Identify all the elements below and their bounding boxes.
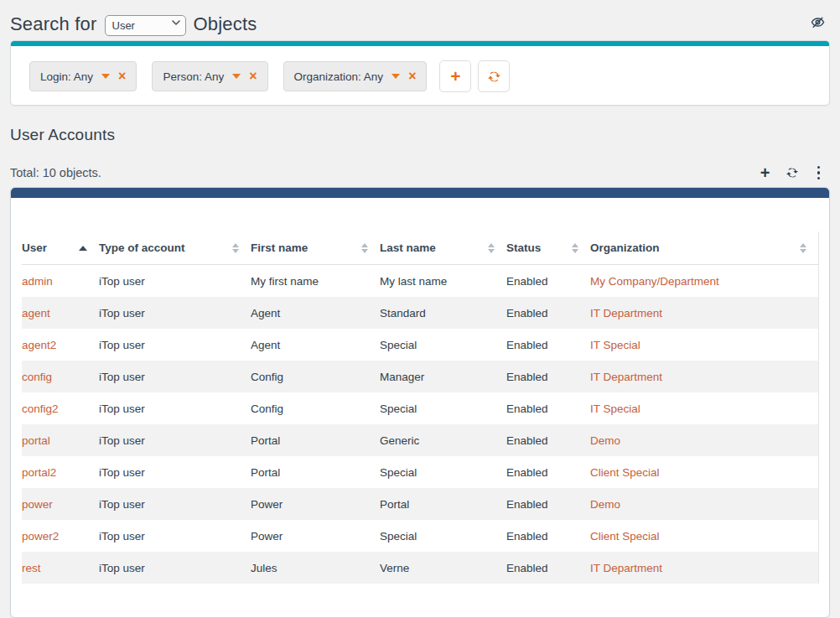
caret-down-icon[interactable]	[232, 74, 241, 79]
list-header: Total: 10 objects. +	[10, 164, 830, 181]
organization-link[interactable]: Client Special	[590, 530, 660, 543]
cell-last: Special	[380, 530, 506, 543]
column-label: Type of account	[99, 241, 185, 254]
organization-link[interactable]: IT Department	[590, 307, 662, 319]
results-table-card: UserType of accountFirst nameLast nameSt…	[10, 187, 830, 618]
table-row: power2iTop userPowerSpecialEnabledClient…	[22, 520, 818, 552]
plus-icon: +	[760, 164, 770, 181]
page: Search for User Objects Login: Any×Perso…	[0, 0, 840, 618]
organization-link[interactable]: IT Department	[590, 562, 662, 574]
cell-last: Special	[380, 402, 506, 415]
cell-status: Enabled	[506, 466, 590, 479]
remove-criterion-icon[interactable]: ×	[118, 70, 126, 83]
organization-link[interactable]: Demo	[590, 498, 620, 511]
cell-user: rest	[22, 562, 99, 574]
sortable-icon	[232, 243, 239, 253]
cell-last: Manager	[380, 371, 506, 383]
column-label: Last name	[380, 241, 436, 254]
user-link[interactable]: portal2	[22, 466, 56, 479]
search-criterion-organization[interactable]: Organization: Any×	[283, 61, 428, 91]
cell-org: Demo	[590, 434, 818, 447]
table-row: agentiTop userAgentStandardEnabledIT Dep…	[22, 297, 818, 329]
caret-down-icon[interactable]	[391, 74, 400, 79]
organization-link[interactable]: Demo	[590, 434, 620, 447]
cell-org: IT Special	[590, 339, 818, 351]
organization-link[interactable]: IT Special	[590, 402, 640, 415]
cell-org: Demo	[590, 498, 818, 511]
eye-slash-icon[interactable]	[807, 12, 828, 36]
search-criterion-login[interactable]: Login: Any×	[29, 61, 137, 91]
plus-icon: +	[450, 67, 460, 85]
user-link[interactable]: agent	[22, 307, 50, 319]
organization-link[interactable]: My Company/Department	[590, 275, 719, 288]
refresh-list-button[interactable]	[786, 166, 799, 179]
cell-user: agent2	[22, 339, 99, 351]
cell-status: Enabled	[506, 434, 590, 447]
cell-org: Client Special	[590, 530, 818, 543]
remove-criterion-icon[interactable]: ×	[408, 70, 416, 83]
column-label: Organization	[590, 241, 660, 254]
column-header-organization[interactable]: Organization	[590, 241, 818, 254]
criterion-label: Login: Any	[40, 70, 93, 83]
cell-type: iTop user	[99, 339, 251, 351]
cell-status: Enabled	[506, 371, 590, 383]
user-link[interactable]: portal	[22, 434, 50, 447]
table-row: agent2iTop userAgentSpecialEnabledIT Spe…	[22, 329, 818, 361]
cell-user: portal2	[22, 466, 99, 479]
cell-last: Portal	[380, 498, 506, 511]
cell-first: Portal	[251, 466, 380, 479]
kebab-menu-icon[interactable]	[814, 165, 824, 181]
table-accent-bar	[11, 188, 829, 198]
cell-status: Enabled	[506, 339, 590, 351]
criterion-label: Organization: Any	[294, 70, 384, 83]
cell-last: Special	[380, 466, 506, 479]
table-row: portal2iTop userPortalSpecialEnabledClie…	[22, 456, 818, 488]
organization-link[interactable]: IT Department	[590, 371, 662, 383]
column-label: User	[22, 241, 47, 254]
cell-last: Verne	[380, 562, 506, 574]
column-header-last-name[interactable]: Last name	[380, 241, 506, 254]
cell-org: My Company/Department	[590, 275, 818, 288]
user-link[interactable]: agent2	[22, 339, 56, 351]
sortable-icon	[488, 243, 495, 253]
user-link[interactable]: config2	[22, 402, 59, 415]
cell-last: Generic	[380, 434, 506, 447]
search-criterion-person[interactable]: Person: Any×	[152, 61, 267, 91]
user-link[interactable]: rest	[22, 562, 41, 574]
column-header-type-of-account[interactable]: Type of account	[99, 241, 251, 254]
cell-type: iTop user	[99, 530, 251, 543]
organization-link[interactable]: Client Special	[590, 466, 660, 479]
add-criterion-button[interactable]: +	[439, 60, 471, 92]
page-title: Search for User Objects	[10, 13, 257, 36]
cell-user: agent	[22, 307, 99, 319]
cell-user: portal	[22, 434, 99, 447]
criteria-row: Login: Any×Person: Any×Organization: Any…	[11, 46, 829, 105]
cell-last: My last name	[380, 275, 506, 288]
column-header-first-name[interactable]: First name	[251, 241, 380, 254]
cell-first: Config	[251, 371, 380, 383]
user-link[interactable]: power2	[22, 530, 59, 543]
refresh-icon	[786, 166, 799, 179]
column-header-status[interactable]: Status	[506, 241, 590, 254]
organization-link[interactable]: IT Special	[590, 339, 640, 351]
refresh-search-button[interactable]	[478, 60, 510, 92]
user-link[interactable]: admin	[22, 275, 53, 288]
title-prefix: Search for	[10, 13, 97, 35]
table-row: poweriTop userPowerPortalEnabledDemo	[22, 488, 818, 520]
cell-status: Enabled	[506, 530, 590, 543]
object-class-select[interactable]: User	[105, 15, 186, 36]
user-link[interactable]: power	[22, 498, 53, 511]
table-header-row: UserType of accountFirst nameLast nameSt…	[22, 231, 818, 265]
column-header-user[interactable]: User	[22, 241, 99, 254]
table-row: config2iTop userConfigSpecialEnabledIT S…	[22, 392, 818, 424]
sortable-icon	[800, 243, 806, 253]
caret-down-icon[interactable]	[101, 74, 110, 79]
remove-criterion-icon[interactable]: ×	[249, 70, 257, 83]
table-row: configiTop userConfigManagerEnabledIT De…	[22, 361, 818, 392]
sort-ascending-icon	[79, 246, 87, 251]
cell-first: Jules	[251, 562, 380, 574]
user-link[interactable]: config	[22, 371, 52, 383]
add-object-button[interactable]: +	[760, 164, 770, 181]
cell-type: iTop user	[99, 275, 251, 288]
table-wrap: UserType of accountFirst nameLast nameSt…	[11, 198, 829, 617]
